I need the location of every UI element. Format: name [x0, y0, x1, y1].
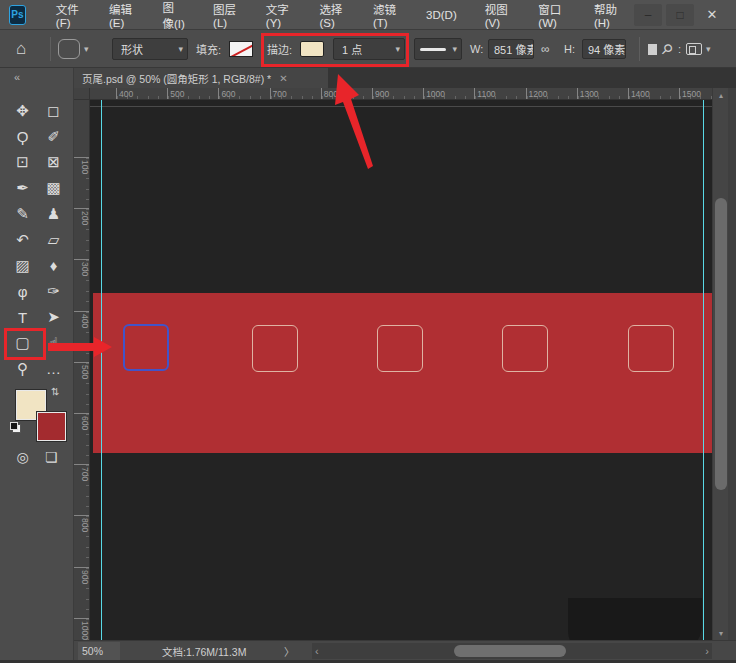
path-selection-tool[interactable]: ➤ [38, 304, 69, 330]
menu-item[interactable]: 编辑(E) [95, 0, 149, 29]
dodge-tool[interactable]: φ [7, 279, 38, 305]
status-options-chevron[interactable]: 〉 [284, 644, 295, 659]
vertical-scroll-thumb[interactable] [715, 198, 727, 490]
healing-brush-tool[interactable]: ▩ [38, 175, 69, 201]
guide-line [703, 100, 704, 640]
fill-swatch[interactable] [229, 41, 253, 57]
horizontal-scrollbar[interactable]: ‹ › [312, 643, 712, 659]
menu-bar: Ps 文件(F)编辑(E)图像(I)图层(L)文字(Y)选择(S)滤镜(T)3D… [0, 0, 736, 30]
rounded-rect-shape[interactable] [377, 325, 423, 372]
eyedropper-tool[interactable]: ✒ [7, 175, 38, 201]
dots-separator-icon: : [678, 30, 681, 68]
close-tab-icon[interactable]: ✕ [279, 73, 287, 84]
separator [639, 37, 640, 61]
quick-selection-tool[interactable]: ✐ [38, 124, 69, 150]
rounded-rect-shape[interactable] [628, 325, 674, 372]
menu-item[interactable]: 滤镜(T) [359, 0, 412, 29]
panel-dock-edge [728, 88, 736, 640]
ruler-corner [74, 88, 90, 100]
rounded-rect-shape[interactable] [502, 325, 548, 372]
stroke-style-select[interactable]: ▾ [414, 38, 462, 60]
menu-item[interactable]: 图层(L) [199, 0, 252, 29]
color-swatches: ⇄ [0, 384, 74, 444]
tool-grid: ✥◻Ϙ✐⊡⊠✒▩✎♟↶▱▨♦φ✑T➤▢☝⚲… [7, 98, 69, 382]
shape-mode-select[interactable]: 形状 ▾ [112, 38, 188, 60]
rounded-rectangle-icon [58, 39, 80, 59]
frame-tool[interactable]: ⊠ [38, 150, 69, 176]
collapse-panel-icon[interactable]: « [0, 68, 73, 83]
close-button[interactable]: ✕ [698, 4, 726, 26]
menu-item[interactable]: 视图(V) [471, 0, 525, 29]
tool-preset-button[interactable]: ▾ [58, 30, 89, 68]
scroll-right-icon[interactable]: › [705, 645, 709, 657]
horizontal-ruler[interactable]: 4005006007008009001000110012001300140015… [90, 88, 712, 100]
maximize-button[interactable]: □ [666, 4, 694, 26]
scroll-up-icon[interactable]: ▴ [713, 88, 729, 102]
menu-item[interactable]: 图像(I) [149, 0, 200, 29]
chevron-down-icon: ▾ [446, 44, 457, 54]
window-controls: – □ ✕ [634, 0, 736, 29]
separator [50, 37, 51, 61]
history-brush-tool[interactable]: ↶ [7, 227, 38, 253]
screen-mode-button[interactable]: ❏ [45, 446, 58, 468]
solid-line-icon [420, 48, 446, 51]
rectangular-marquee-tool[interactable]: ◻ [38, 98, 69, 124]
photoshop-window: Ps 文件(F)编辑(E)图像(I)图层(L)文字(Y)选择(S)滤镜(T)3D… [0, 0, 736, 663]
rounded-rect-shape[interactable] [252, 325, 298, 372]
vertical-ruler[interactable]: 1002003004005006007008009001000 [74, 100, 90, 640]
stroke-width-value: 1 点 [342, 41, 362, 57]
width-field[interactable]: 851 像素 [488, 39, 534, 59]
clone-stamp-tool[interactable]: ♟ [38, 201, 69, 227]
width-label: W: [470, 30, 483, 68]
horizontal-scroll-thumb[interactable] [454, 645, 566, 657]
gradient-tool[interactable]: ▨ [7, 253, 38, 279]
lasso-tool[interactable]: Ϙ [7, 124, 38, 150]
default-colors-icon[interactable] [12, 424, 21, 433]
status-bar: 50% 文档:1.76M/11.3M 〉 ‹ › [74, 640, 736, 660]
edit-toolbar[interactable]: … [38, 356, 69, 382]
crop-tool[interactable]: ⊡ [7, 150, 38, 176]
move-tool[interactable]: ✥ [7, 98, 38, 124]
minimize-button[interactable]: – [634, 4, 662, 26]
tool-bottom-row: ◎❏ [0, 446, 74, 468]
zoom-level-field[interactable]: 50% [78, 642, 120, 660]
ps-logo-icon: Ps [9, 5, 26, 25]
stroke-width-select[interactable]: 1 点 ▾ [333, 38, 405, 60]
swap-colors-icon[interactable]: ⇄ [50, 387, 61, 395]
hand-tool[interactable]: ☝ [38, 330, 69, 356]
home-icon[interactable]: ⌂ [16, 39, 26, 59]
type-tool[interactable]: T [7, 304, 38, 330]
menu-item[interactable]: 3D(D) [412, 0, 471, 29]
tool-options-bar: ⌂ ▾ 形状 ▾ 填充: 描边: 1 点 ▾ ▾ W: [0, 30, 736, 68]
vertical-scrollbar[interactable]: ▴ ▾ [712, 88, 728, 640]
link-dimensions-icon[interactable]: ∞ [541, 42, 550, 56]
chevron-down-icon: ▾ [172, 44, 183, 54]
scroll-left-icon[interactable]: ‹ [315, 645, 319, 657]
rounded-rect-shape[interactable] [123, 324, 169, 371]
menu-item[interactable]: 窗口(W) [524, 0, 580, 29]
document-title: 页尾.psd @ 50% (圆角矩形 1, RGB/8#) * [82, 71, 271, 86]
menu-item[interactable]: 文件(F) [42, 0, 95, 29]
panel-toggle-icon[interactable] [686, 43, 702, 55]
path-operations-icon[interactable] [648, 44, 657, 55]
document-top-edge [90, 106, 712, 107]
search-icon[interactable]: ⚲ [658, 40, 677, 59]
eraser-tool[interactable]: ▱ [38, 227, 69, 253]
zoom-tool[interactable]: ⚲ [7, 356, 38, 382]
stroke-swatch[interactable] [300, 41, 324, 57]
rounded-rectangle-tool[interactable]: ▢ [7, 330, 38, 356]
document-tab[interactable]: 页尾.psd @ 50% (圆角矩形 1, RGB/8#) * ✕ [74, 68, 328, 88]
scroll-down-icon[interactable]: ▾ [713, 626, 729, 640]
pen-tool[interactable]: ✑ [38, 279, 69, 305]
document-canvas[interactable] [90, 100, 712, 640]
menu-item[interactable]: 帮助(H) [580, 0, 634, 29]
menu-item[interactable]: 选择(S) [305, 0, 359, 29]
menu-item[interactable]: 文字(Y) [252, 0, 306, 29]
guide-line [101, 100, 102, 640]
blur-tool[interactable]: ♦ [38, 253, 69, 279]
height-field[interactable]: 94 像素 [582, 39, 626, 59]
brush-tool[interactable]: ✎ [7, 201, 38, 227]
background-color-swatch[interactable] [37, 412, 66, 441]
chevron-down-icon[interactable]: ▾ [706, 44, 711, 54]
quick-mask-button[interactable]: ◎ [16, 446, 28, 468]
